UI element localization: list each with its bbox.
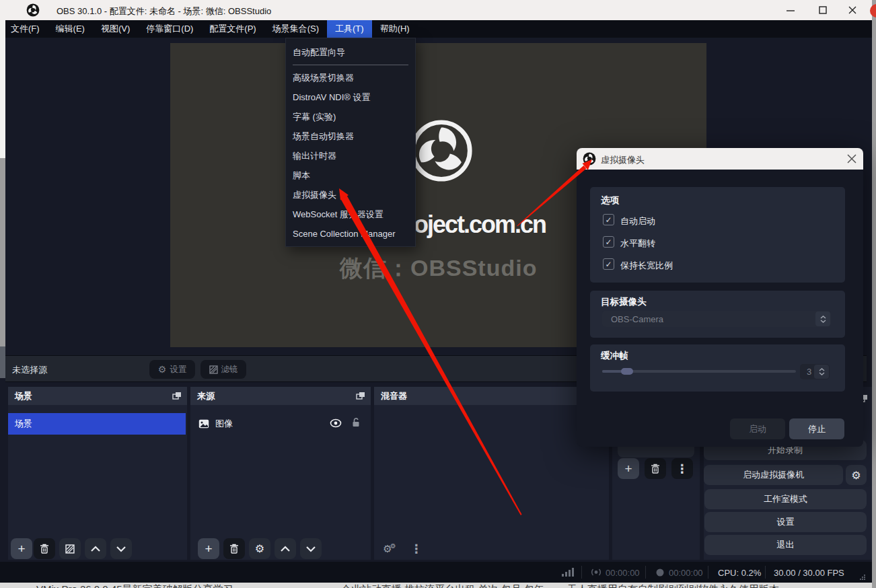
scene-item-label: 场景 xyxy=(15,418,32,430)
transition-kebab-button[interactable]: ⋮ xyxy=(671,458,693,479)
menu-help[interactable]: 帮助(H) xyxy=(372,20,418,38)
buffer-slider-handle[interactable] xyxy=(621,368,633,375)
remove-scene-button[interactable] xyxy=(34,538,55,559)
popout-icon[interactable] xyxy=(172,392,182,400)
background-window-sliver-left xyxy=(0,346,5,378)
menu-profile[interactable]: 配置文件(P) xyxy=(201,20,264,38)
record-timer: 00:00:00 xyxy=(669,568,703,578)
unlock-icon[interactable] xyxy=(351,417,361,428)
dialog-title: 虚拟摄像头 xyxy=(601,154,645,166)
target-camera-value: OBS-Camera xyxy=(611,314,663,324)
virtual-camera-dialog: 虚拟摄像头 选项 ✓ 自动启动 ✓ 水平翻转 ✓ 保持长宽比例 目标摄像头 OB… xyxy=(577,148,863,447)
background-window-sliver-left xyxy=(0,20,5,158)
resize-grip[interactable] xyxy=(859,574,866,581)
auto-start-label: 自动启动 xyxy=(620,215,655,227)
add-transition-button[interactable]: + xyxy=(618,458,639,479)
scene-list-item-selected[interactable]: 场景 xyxy=(8,413,186,435)
add-scene-button[interactable]: + xyxy=(11,538,32,559)
tools-menu-auto-config[interactable]: 自动配置向导 xyxy=(286,42,415,62)
virtual-camera-config-button[interactable]: ⚙ xyxy=(846,465,867,485)
auto-start-checkbox[interactable]: ✓ xyxy=(603,214,614,225)
background-text-fragment: 企业站动直播 推拉流平台出租 单次 包月 包年 xyxy=(341,583,544,588)
virtual-camera-start-button[interactable]: 启动 xyxy=(730,418,785,439)
studio-mode-button[interactable]: 工作室模式 xyxy=(704,489,867,509)
background-page-strip: VMix Pro 26.0.0.45最新完美破解版分享学习 企业站动直播 推拉流… xyxy=(0,583,876,588)
tools-menu-scripts[interactable]: 脚本 xyxy=(286,166,415,185)
horizontal-flip-checkbox[interactable]: ✓ xyxy=(603,236,614,248)
dialog-close-icon[interactable] xyxy=(847,154,858,165)
stream-status-icon xyxy=(591,568,601,577)
status-divider xyxy=(708,566,708,579)
remove-transition-button[interactable] xyxy=(645,458,666,479)
source-properties-button[interactable]: ⚙ 设置 xyxy=(149,360,195,379)
network-signal-icon xyxy=(562,567,574,577)
menu-view[interactable]: 视图(V) xyxy=(93,20,138,38)
obs-logo-icon xyxy=(583,152,596,166)
mixer-panel-title: 混音器 xyxy=(381,390,407,402)
menu-tools[interactable]: 工具(T) xyxy=(327,20,372,38)
target-camera-select[interactable]: OBS-Camera xyxy=(602,311,831,327)
background-window-sliver-right xyxy=(872,0,876,588)
sources-panel-header: 来源 xyxy=(190,387,371,405)
horizontal-flip-label: 水平翻转 xyxy=(620,237,655,250)
menu-file[interactable]: 文件(F) xyxy=(3,20,48,38)
source-filters-button[interactable]: 滤镜 xyxy=(200,360,246,379)
cpu-usage: CPU: 0.2% xyxy=(718,568,761,578)
tools-menu-scene-switcher[interactable]: 场景自动切换器 xyxy=(286,126,415,146)
scenes-panel-header: 场景 xyxy=(8,387,187,405)
scene-filters-button[interactable] xyxy=(59,538,81,559)
menu-edit[interactable]: 编辑(E) xyxy=(48,20,93,38)
background-text-fragment: 无人直播用自有自制剧别到别软件永久使用版本 xyxy=(567,583,779,588)
add-source-button[interactable]: + xyxy=(198,538,219,559)
mixer-panel: 混音器 ⚙⚙ ⋮ xyxy=(374,387,609,560)
tools-menu-captions[interactable]: 字幕 (实验) xyxy=(286,107,415,126)
close-button[interactable] xyxy=(841,0,864,20)
popout-icon[interactable] xyxy=(356,392,365,400)
obs-logo-watermark xyxy=(409,118,474,183)
scenes-panel-title: 场景 xyxy=(15,390,32,402)
tools-menu-adv-scene-switcher[interactable]: 高级场景切换器 xyxy=(286,68,415,87)
start-virtual-camera-button[interactable]: 启动虚拟摄像机 xyxy=(704,465,843,485)
minimize-button[interactable] xyxy=(779,0,802,20)
source-properties-gear-button[interactable]: ⚙ xyxy=(249,538,270,559)
image-source-icon xyxy=(198,419,209,429)
source-move-up-button[interactable] xyxy=(275,538,296,559)
maximize-button[interactable] xyxy=(811,0,834,20)
tools-menu-websocket[interactable]: WebSocket 服务器设置 xyxy=(286,205,415,224)
tools-menu-output-timer[interactable]: 输出计时器 xyxy=(286,146,415,166)
gear-icon: ⚙ xyxy=(158,364,167,375)
advanced-audio-button[interactable]: ⚙⚙ xyxy=(379,538,400,559)
exit-button[interactable]: 退出 xyxy=(704,535,867,555)
status-divider xyxy=(765,566,766,579)
spinner-arrows-icon[interactable] xyxy=(814,365,829,379)
spinner-arrows-icon[interactable] xyxy=(815,311,830,326)
status-divider xyxy=(581,566,582,579)
target-camera-group: 目标摄像头 OBS-Camera xyxy=(590,291,845,338)
mixer-menu-kebab-button[interactable]: ⋮ xyxy=(406,538,427,559)
mixer-panel-header: 混音器 xyxy=(374,387,609,405)
tools-menu-scene-collection-manager[interactable]: Scene Collection Manager xyxy=(286,224,415,244)
source-move-down-button[interactable] xyxy=(300,538,322,559)
buffer-frames-spinbox[interactable]: 3 xyxy=(800,364,830,379)
menu-docks[interactable]: 停靠窗口(D) xyxy=(138,20,201,38)
filter-icon xyxy=(209,365,218,374)
tools-menu-virtual-camera[interactable]: 虚拟摄像头 xyxy=(286,185,415,205)
buffer-slider-track[interactable] xyxy=(602,370,796,373)
virtual-camera-stop-button[interactable]: 停止 xyxy=(789,418,844,439)
buffered-frames-title: 缓冲帧 xyxy=(601,350,628,362)
scene-move-down-button[interactable] xyxy=(110,538,132,559)
no-source-label: 未选择源 xyxy=(12,364,47,376)
menu-separator xyxy=(293,65,408,65)
remove-source-button[interactable] xyxy=(223,538,245,559)
window-title: OBS 30.1.0 - 配置文件: 未命名 - 场景: 微信: OBSStud… xyxy=(57,5,271,17)
settings-button[interactable]: 设置 xyxy=(704,512,867,532)
keep-aspect-checkbox[interactable]: ✓ xyxy=(603,258,614,270)
scene-move-up-button[interactable] xyxy=(85,538,106,559)
source-list-item[interactable]: 图像 xyxy=(190,413,371,435)
visibility-eye-icon[interactable] xyxy=(330,418,342,428)
fps-indicator: 30.00 / 30.00 FPS xyxy=(774,568,844,578)
menu-scene-collection[interactable]: 场景集合(S) xyxy=(264,20,327,38)
keep-aspect-label: 保持长宽比例 xyxy=(620,260,673,272)
tools-menu-ndi[interactable]: DistroAV NDI® 设置 xyxy=(286,87,415,107)
options-group-title: 选项 xyxy=(601,194,619,207)
